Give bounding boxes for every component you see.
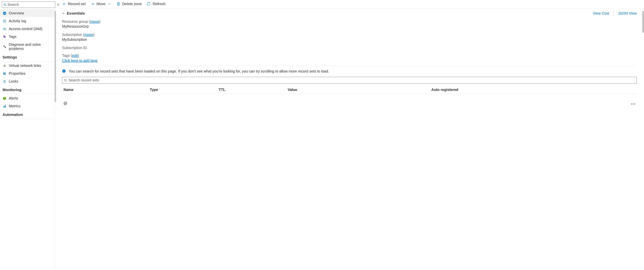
svg-line-37 (66, 81, 67, 82)
plus-icon (62, 2, 66, 6)
vnet-icon (2, 64, 6, 68)
refresh-icon (147, 2, 151, 6)
col-type[interactable]: Type (148, 86, 217, 94)
svg-point-8 (4, 28, 4, 29)
sidebar-item-tags[interactable]: Tags (0, 33, 54, 41)
cell-auto-registered (430, 94, 620, 107)
kv-value: MyResourceGrp (62, 24, 637, 29)
cell-type (148, 94, 217, 107)
sidebar-search-input[interactable] (8, 2, 54, 7)
info-row: You can search for record sets that have… (62, 69, 637, 74)
tags-edit-link[interactable]: edit (72, 54, 78, 58)
svg-rect-22 (4, 99, 5, 100)
record-search-input[interactable] (68, 78, 635, 82)
essentials-links: View Cost JSON View (593, 11, 637, 15)
essentials-toggle[interactable]: Essentials (62, 11, 85, 15)
toolbar-label: Move (96, 2, 106, 6)
view-cost-link[interactable]: View Cost (593, 11, 609, 15)
svg-rect-25 (5, 105, 6, 108)
sidebar-search[interactable] (2, 1, 55, 8)
svg-point-0 (4, 4, 6, 5)
col-name[interactable]: Name (62, 86, 148, 94)
tags-icon (2, 35, 6, 39)
col-ttl[interactable]: TTL (217, 86, 286, 94)
sidebar-item-alerts[interactable]: Alerts (0, 94, 54, 102)
svg-point-36 (64, 79, 66, 81)
sidebar-item-label: Overview (9, 11, 24, 15)
kv-subscription-id: Subscription ID (62, 46, 637, 50)
sidebar-item-vnet-links[interactable]: Virtual network links (0, 62, 54, 70)
lock-icon (2, 79, 6, 83)
svg-rect-17 (4, 73, 5, 75)
record-set-button[interactable]: Record set (62, 2, 86, 6)
section-settings-title: Settings (0, 53, 54, 61)
svg-rect-24 (4, 106, 5, 108)
move-button[interactable]: Move (91, 2, 111, 6)
sidebar-item-access-control[interactable]: Access control (IAM) (0, 25, 54, 33)
sidebar-item-label: Activity log (9, 19, 26, 23)
sidebar: DNS Overview Activity log Access control… (0, 0, 55, 270)
kv-label: Subscription (move) (62, 33, 637, 37)
row-more-button[interactable] (631, 104, 635, 104)
log-icon (2, 19, 6, 23)
svg-point-12 (3, 65, 4, 66)
properties-icon (2, 72, 6, 76)
section-automation-title: Automation (0, 110, 54, 118)
sidebar-item-label: Locks (9, 79, 18, 83)
svg-rect-19 (4, 81, 6, 83)
sidebar-item-label: Diagnose and solve problems (9, 42, 52, 51)
svg-rect-16 (3, 73, 4, 75)
main: Essentials View Cost JSON View Resource … (55, 9, 644, 114)
info-text: You can search for record sets that have… (69, 69, 329, 74)
resource-group-move-link[interactable]: move (90, 19, 99, 23)
sidebar-item-label: Virtual network links (9, 64, 41, 68)
toolbar-label: Refresh (152, 2, 166, 6)
divider (62, 66, 637, 66)
delete-zone-button[interactable]: Delete zone (116, 2, 142, 6)
content-scrollbar[interactable] (642, 11, 644, 33)
subscription-move-link[interactable]: move (84, 33, 93, 37)
sidebar-item-locks[interactable]: Locks (0, 77, 54, 85)
section-monitoring-title: Monitoring (0, 85, 54, 94)
sidebar-item-label: Access control (IAM) (9, 27, 42, 31)
alerts-icon (2, 96, 6, 100)
svg-line-1 (6, 5, 6, 6)
svg-point-15 (4, 66, 5, 67)
sidebar-item-properties[interactable]: Properties (0, 70, 54, 77)
kv-label-text: Subscription (62, 33, 82, 37)
refresh-button[interactable]: Refresh (147, 2, 166, 6)
svg-rect-18 (5, 73, 6, 75)
records-table: Name Type TTL Value Auto registered @ (62, 86, 637, 107)
svg-rect-21 (4, 98, 5, 99)
tags-add-link[interactable]: Click here to add tags (62, 58, 97, 63)
sidebar-item-metrics[interactable]: Metrics (0, 102, 54, 110)
sidebar-item-overview[interactable]: DNS Overview (0, 9, 54, 17)
table-row[interactable]: @ (62, 94, 637, 107)
sidebar-item-label: Properties (9, 71, 25, 76)
kv-subscription: Subscription (move) MySubscription (62, 33, 637, 42)
svg-text:DNS: DNS (3, 13, 6, 14)
metrics-icon (2, 104, 6, 108)
tags-label-text: Tags (62, 54, 70, 58)
essentials-header: Essentials View Cost JSON View (62, 11, 637, 15)
svg-rect-35 (64, 70, 64, 70)
svg-point-14 (4, 64, 5, 65)
svg-point-13 (5, 65, 6, 66)
tags-label: Tags (edit) (62, 54, 637, 58)
diagnose-icon (2, 45, 6, 49)
kv-resource-group: Resource group (move) MyResourceGrp (62, 19, 637, 29)
toolbar: Record set Move Delete zone Refresh (55, 0, 644, 9)
content: Record set Move Delete zone Refresh (55, 0, 644, 270)
col-auto-registered[interactable]: Auto registered (430, 86, 620, 94)
col-value[interactable]: Value (286, 86, 430, 94)
sidebar-item-activity-log[interactable]: Activity log (0, 17, 54, 25)
kv-label-text: Resource group (62, 19, 88, 23)
sidebar-item-diagnose[interactable]: Diagnose and solve problems (0, 41, 54, 53)
cell-ttl (217, 94, 286, 107)
json-view-link[interactable]: JSON View (618, 11, 637, 15)
svg-point-10 (4, 36, 4, 36)
svg-rect-29 (117, 3, 120, 5)
record-search[interactable] (62, 77, 637, 84)
sidebar-nav: DNS Overview Activity log Access control… (0, 9, 54, 270)
table-header-row: Name Type TTL Value Auto registered (62, 86, 637, 94)
